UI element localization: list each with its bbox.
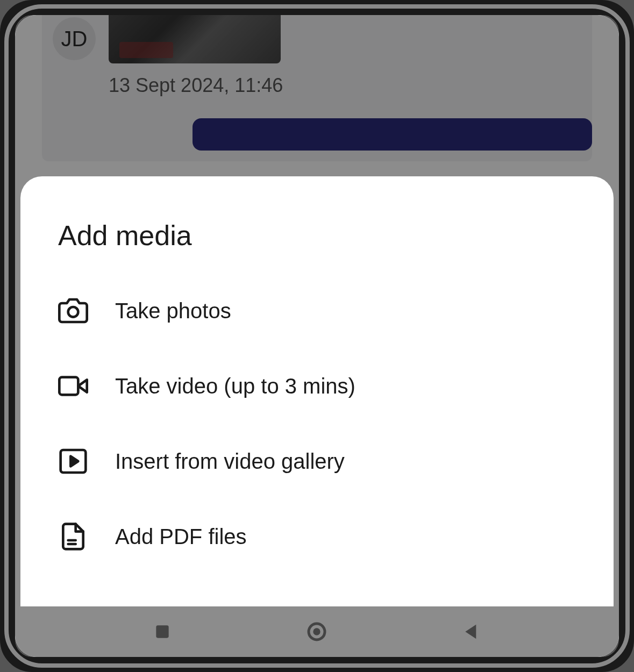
svg-rect-6 [156,625,168,638]
take-video-option[interactable]: Take video (up to 3 mins) [58,348,576,424]
add-media-sheet: Add media Take photos Take video (up to … [20,176,614,606]
add-pdf-option[interactable]: Add PDF files [58,499,576,574]
back-button[interactable] [461,621,482,642]
home-button[interactable] [306,621,327,642]
play-box-icon [58,446,88,476]
svg-point-0 [68,307,79,317]
sheet-title: Add media [58,219,576,252]
svg-point-8 [314,628,320,635]
option-label: Insert from video gallery [115,449,345,474]
svg-marker-3 [70,456,78,467]
file-text-icon [58,521,88,552]
android-nav-bar [20,606,614,657]
option-label: Add PDF files [115,525,247,549]
svg-marker-9 [465,625,476,639]
svg-rect-1 [59,377,78,395]
take-photos-option[interactable]: Take photos [58,273,576,348]
insert-from-gallery-option[interactable]: Insert from video gallery [58,424,576,499]
camera-icon [58,296,88,326]
recent-apps-button[interactable] [152,621,173,642]
video-camera-icon [58,371,88,401]
option-label: Take video (up to 3 mins) [115,374,355,398]
option-label: Take photos [115,299,231,323]
